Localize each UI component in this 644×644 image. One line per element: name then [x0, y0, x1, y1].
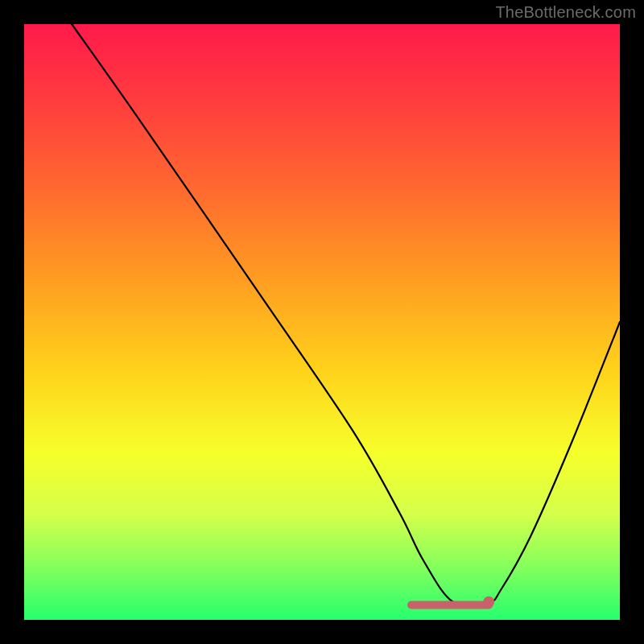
chart-frame: TheBottleneck.com	[0, 0, 644, 644]
bottleneck-curve	[72, 24, 620, 605]
chart-svg	[24, 24, 620, 620]
watermark-text: TheBottleneck.com	[495, 3, 636, 22]
plot-area	[24, 24, 620, 620]
optimal-point-dot	[483, 597, 494, 608]
